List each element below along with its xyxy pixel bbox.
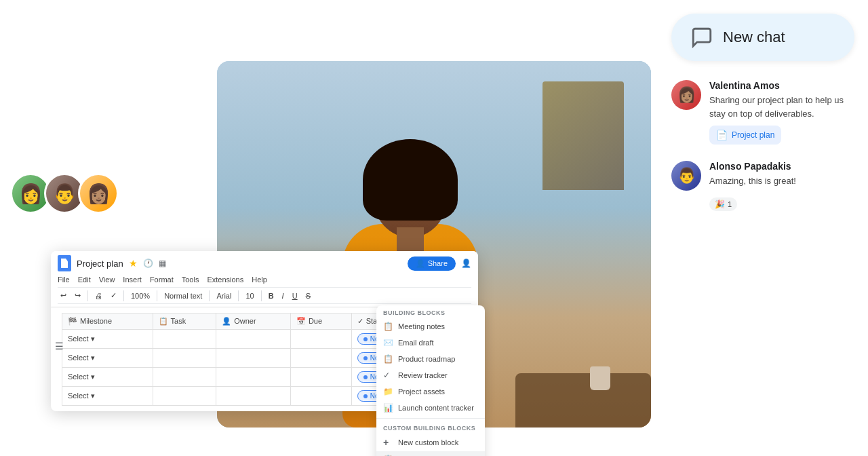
undo-button[interactable]: ↩	[58, 290, 69, 301]
docs-history-icon[interactable]: 🕐	[143, 259, 153, 268]
cell-owner-2[interactable]	[216, 349, 291, 368]
chat-bubble-icon	[690, 26, 713, 49]
email-draft-label: Email draft	[398, 339, 434, 347]
attachment-project-plan[interactable]: 📄 Project plan	[709, 126, 781, 145]
cell-milestone-3[interactable]: Select ▾	[62, 368, 153, 387]
col-owner: 👤Owner	[216, 314, 291, 330]
block-email-draft[interactable]: ✉️ Email draft	[376, 335, 485, 351]
docs-title: Project plan	[77, 259, 123, 269]
block-launch-tracker[interactable]: 📊 Launch content tracker	[376, 400, 485, 416]
attachment-icon: 📄	[716, 130, 728, 140]
msg-content-valentina: Valentina Amos Sharing our project plan …	[709, 80, 854, 145]
font-selector[interactable]: Arial	[214, 290, 234, 301]
cell-owner-4[interactable]	[216, 387, 291, 406]
col-milestone: 🏁Milestone	[62, 314, 153, 330]
msg-name-alonso: Alonso Papadakis	[709, 161, 854, 172]
custom-blocks-title: CUSTOM BUILDING BLOCKS	[376, 421, 485, 434]
new-chat-label: New chat	[723, 28, 785, 46]
cell-task-1[interactable]	[153, 330, 216, 349]
docs-present-icon[interactable]: ▦	[159, 259, 166, 268]
msg-content-alonso: Alonso Papadakis Amazing, this is great!…	[709, 161, 854, 211]
launch-tracker-label: Launch content tracker	[398, 404, 474, 412]
product-roadmap-label: Product roadmap	[398, 355, 455, 363]
building-blocks-title: BUILDING BLOCKS	[376, 305, 485, 318]
docs-menu-bar: File Edit View Insert Format Tools Exten…	[58, 274, 471, 285]
docs-toolbar: Project plan ★ 🕐 ▦ 👤 Share 👤 File Edit V…	[51, 251, 478, 307]
new-custom-icon: +	[383, 437, 393, 448]
chat-messages-list: 👩🏽 Valentina Amos Sharing our project pl…	[671, 80, 854, 211]
meeting-notes-label: Meeting notes	[398, 322, 445, 330]
avatar-person-3: 👩🏽	[78, 173, 119, 214]
dropdown-divider	[376, 418, 485, 419]
cell-milestone-4[interactable]: Select ▾	[62, 387, 153, 406]
reaction-count: 1	[728, 200, 732, 208]
product-roadmap-icon: 📋	[383, 354, 393, 364]
review-tracker-icon: ✓	[383, 370, 393, 380]
block-product-roadmap[interactable]: 📋 Product roadmap	[376, 351, 485, 367]
reaction-badge[interactable]: 🎉 1	[709, 197, 737, 211]
share-button[interactable]: 👤 Share	[408, 256, 456, 271]
cell-milestone-1[interactable]: Select ▾	[62, 330, 153, 349]
cell-owner-3[interactable]	[216, 368, 291, 387]
block-project-assets[interactable]: 📁 Project assets	[376, 383, 485, 400]
msg-text-valentina: Sharing our project plan to help us stay…	[709, 94, 854, 120]
underline-button[interactable]: U	[290, 290, 300, 301]
cell-task-3[interactable]	[153, 368, 216, 387]
cell-due-4[interactable]	[290, 387, 351, 406]
reaction-emoji: 🎉	[715, 200, 725, 209]
avatar-valentina: 👩🏽	[671, 80, 701, 110]
cell-due-1[interactable]	[290, 330, 351, 349]
project-assets-icon: 📁	[383, 387, 393, 396]
launch-tracker-icon: 📊	[383, 403, 393, 413]
menu-tools[interactable]: Tools	[182, 276, 199, 284]
zoom-selector[interactable]: 100%	[128, 290, 153, 301]
menu-edit[interactable]: Edit	[78, 276, 91, 284]
redo-button[interactable]: ↪	[72, 290, 83, 301]
chat-message-2: 👨 Alonso Papadakis Amazing, this is grea…	[671, 161, 854, 211]
share-icon: 👤	[416, 259, 425, 268]
spellcheck-button[interactable]: ✓	[108, 290, 119, 301]
strikethrough-button[interactable]: S	[303, 290, 313, 301]
docs-avatar-icon: 👤	[461, 259, 471, 268]
print-button[interactable]: 🖨	[92, 290, 105, 301]
cell-due-2[interactable]	[290, 349, 351, 368]
chat-panel: New chat 👩🏽 Valentina Amos Sharing our p…	[658, 0, 868, 456]
italic-button[interactable]: I	[279, 290, 287, 301]
msg-text-alonso: Amazing, this is great!	[709, 174, 854, 188]
new-chat-button[interactable]: New chat	[671, 14, 854, 61]
menu-help[interactable]: Help	[252, 276, 267, 284]
cell-owner-1[interactable]	[216, 330, 291, 349]
menu-extensions[interactable]: Extensions	[207, 276, 243, 284]
msg-name-valentina: Valentina Amos	[709, 80, 854, 91]
cell-due-3[interactable]	[290, 368, 351, 387]
menu-view[interactable]: View	[99, 276, 115, 284]
formatting-bar: ↩ ↪ 🖨 ✓ 100% Normal text Arial 10 B I U …	[58, 287, 471, 304]
chat-message-1: 👩🏽 Valentina Amos Sharing our project pl…	[671, 80, 854, 145]
docs-star-icon[interactable]: ★	[129, 258, 138, 269]
font-size[interactable]: 10	[243, 290, 256, 301]
menu-format[interactable]: Format	[150, 276, 174, 284]
menu-insert[interactable]: Insert	[123, 276, 142, 284]
menu-file[interactable]: File	[58, 276, 70, 284]
block-meeting-notes[interactable]: 📋 Meeting notes	[376, 318, 485, 335]
avatar-group: 👩 👨 👩🏽	[10, 173, 119, 214]
block-new-custom[interactable]: + New custom block	[376, 434, 485, 451]
block-project-task-list[interactable]: 📋 Project task list	[376, 451, 485, 456]
block-review-tracker[interactable]: ✓ Review tracker	[376, 367, 485, 383]
email-draft-icon: ✉️	[383, 338, 393, 347]
cell-task-2[interactable]	[153, 349, 216, 368]
new-custom-label: New custom block	[398, 438, 458, 446]
cell-task-4[interactable]	[153, 387, 216, 406]
col-due: 📅Due	[290, 314, 351, 330]
cell-milestone-2[interactable]: Select ▾	[62, 349, 153, 368]
docs-app-icon	[58, 255, 71, 271]
style-selector[interactable]: Normal text	[161, 290, 205, 301]
bold-button[interactable]: B	[266, 290, 277, 301]
avatar-alonso: 👨	[671, 161, 701, 191]
col-task: 📋Task	[153, 314, 216, 330]
meeting-notes-icon: 📋	[383, 322, 393, 331]
review-tracker-label: Review tracker	[398, 371, 448, 379]
blocks-dropdown: BUILDING BLOCKS 📋 Meeting notes ✉️ Email…	[376, 305, 485, 456]
sidebar-toggle-icon[interactable]: ☰	[55, 341, 64, 352]
project-assets-label: Project assets	[398, 387, 445, 396]
